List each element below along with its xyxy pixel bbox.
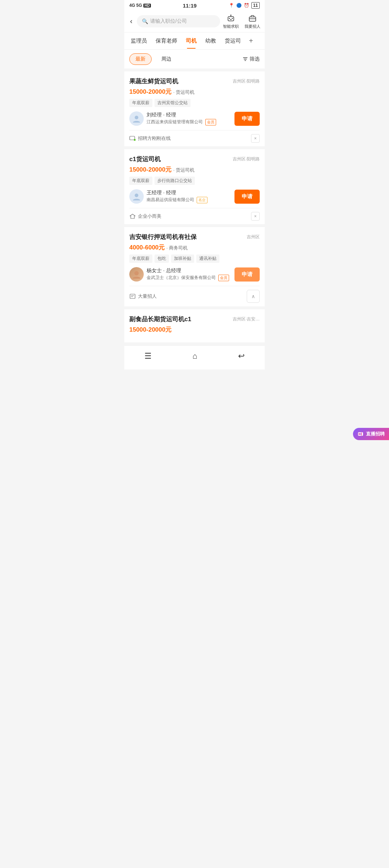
job-card-3: 吉安银行押送司机有社保 吉州区 4000-6000元 · 商务司机 年底双薪 包… [124,227,265,306]
filter-label: 筛选 [250,56,260,62]
job-tags-1: 年底双薪 吉州宾馆公交站 [129,99,260,107]
job-title-1[interactable]: 果蔬生鲜货运司机 [129,77,178,85]
nav-home[interactable]: ⌂ [185,350,204,362]
company-name-2: 南昌易运供应链有限公司 名企 [147,197,207,203]
footer-status-2: 企业小而美 [129,213,161,220]
recruiter-name-3: 杨女士 · 总经理 [147,267,229,274]
location-icon: 📍 [229,3,234,8]
status-bar: 4G 5G HD 11:19 📍 🔵 ⏰ 11 [124,0,265,10]
header-actions: 智能求职 我要招人 [223,13,260,29]
avatar-1 [129,111,144,126]
category-tabs: 监理员 保育老师 司机 幼教 货运司 + [124,32,265,50]
job-title-3[interactable]: 吉安银行押送司机有社保 [129,233,197,241]
status-time: 11:19 [183,3,197,9]
hire-button[interactable]: 我要招人 [245,13,260,29]
job-card-1: 果蔬生鲜货运司机 吉州区·阳明路 15000-20000元 · 货运司机 年底双… [124,71,265,146]
avatar-3 [129,267,144,282]
tab-nursery[interactable]: 保育老师 [152,33,181,49]
tab-education[interactable]: 幼教 [202,33,220,49]
footer-status-1: 招聘方刚刚在线 [129,135,171,142]
job-title-2[interactable]: c1货运司机 [129,155,161,163]
tab-supervisor[interactable]: 监理员 [127,33,151,49]
close-card-2[interactable]: × [251,212,260,221]
recruiter-details-2: 王经理 · 经理 南昌易运供应链有限公司 名企 [147,190,207,203]
home-icon: ⌂ [192,351,197,361]
svg-rect-3 [230,19,232,20]
svg-point-5 [231,15,232,16]
back-nav-icon: ↩ [238,351,245,361]
tag-overtime-3: 加班补贴 [171,254,194,263]
apply-button-1[interactable]: 申请 [234,112,260,126]
header: ‹ 🔍 请输入职位/公司 智能求职 [124,10,265,32]
tag-location-2: 步行街路口公交站 [155,177,195,185]
apply-section-1: 刘经理 · 经理 江西运来供应链管理有限公司 会员 申请 [129,111,260,126]
job-salary-4: 15000-20000元 [129,326,260,334]
member-badge-1: 会员 [205,119,216,125]
filter-button[interactable]: 筛选 [242,56,260,62]
search-icon: 🔍 [142,18,148,24]
job-location-4: 吉州区·吉安… [233,316,260,322]
recruiter-name-1: 刘经理 · 经理 [147,112,216,118]
filter-row: 最新 周边 筛选 [124,50,265,68]
battery-icon: 11 [251,2,260,9]
svg-rect-12 [130,136,135,140]
job-header-3: 吉安银行押送司机有社保 吉州区 [129,233,260,241]
svg-rect-0 [228,17,234,21]
svg-point-13 [134,139,136,141]
job-location-1: 吉州区·阳明路 [233,78,260,84]
filter-nearby[interactable]: 周边 [155,53,178,65]
svg-point-1 [229,18,230,19]
recruiter-info-3: 杨女士 · 总经理 金武卫士（北京）保安服务有限公司 会员 [129,267,229,282]
search-placeholder: 请输入职位/公司 [150,18,187,25]
tag-comm-3: 通讯补贴 [196,254,219,263]
tab-freight[interactable]: 货运司 [221,33,245,49]
member-badge-3: 会员 [218,275,229,281]
close-card-1[interactable]: × [251,134,260,143]
job-location-3: 吉州区 [247,234,260,240]
svg-point-16 [134,271,139,275]
filter-latest[interactable]: 最新 [129,53,152,65]
svg-rect-17 [130,294,135,298]
hd-indicator: HD [143,4,151,8]
nav-menu[interactable]: ☰ [137,350,159,362]
menu-icon: ☰ [144,351,152,361]
scroll-top-button[interactable]: ∧ [247,290,260,303]
tab-driver[interactable]: 司机 [182,33,200,49]
status-right: 📍 🔵 ⏰ 11 [229,2,260,9]
alarm-icon: ⏰ [244,3,249,8]
svg-point-11 [135,116,138,119]
recruiter-details-1: 刘经理 · 经理 江西运来供应链管理有限公司 会员 [147,112,216,125]
robot-icon [226,13,236,23]
recruiter-info-1: 刘经理 · 经理 江西运来供应链管理有限公司 会员 [129,111,216,126]
job-header-1: 果蔬生鲜货运司机 吉州区·阳明路 [129,77,260,85]
company-icon-2 [129,213,136,219]
job-title-4[interactable]: 副食品长期货运司机c1 [129,315,191,323]
smart-job-button[interactable]: 智能求职 [223,13,239,29]
card-footer-2: 企业小而美 × [129,208,260,224]
svg-marker-15 [130,214,135,218]
apply-button-3[interactable]: 申请 [234,267,260,282]
briefcase-icon [247,13,258,23]
job-card-4: 副食品长期货运司机c1 吉州区·吉安… 15000-20000元 [124,309,265,342]
named-enterprise-badge-2: 名企 [197,197,207,203]
smart-job-label: 智能求职 [223,24,239,29]
job-tags-3: 年底双薪 包吃 加班补贴 通讯补贴 [129,254,260,263]
apply-button-2[interactable]: 申请 [234,190,260,204]
job-header-2: c1货运司机 吉州区·阳明路 [129,155,260,163]
filter-icon [242,56,248,62]
apply-section-3: 杨女士 · 总经理 金武卫士（北京）保安服务有限公司 会员 申请 [129,267,260,282]
nav-back[interactable]: ↩ [231,350,252,362]
svg-rect-6 [249,17,256,21]
tag-location-1: 吉州宾馆公交站 [155,99,191,107]
job-tags-2: 年底双薪 步行街路口公交站 [129,177,260,185]
add-tab-button[interactable]: + [246,32,256,49]
back-button[interactable]: ‹ [129,15,134,27]
job-location-2: 吉州区·阳明路 [233,156,260,162]
search-bar[interactable]: 🔍 请输入职位/公司 [137,15,220,27]
tag-year-bonus-2: 年底双薪 [129,177,152,185]
company-name-1: 江西运来供应链管理有限公司 会员 [147,119,216,125]
job-salary-1: 15000-20000元 · 货运司机 [129,88,260,96]
status-left: 4G 5G HD [129,3,151,8]
chat-status-icon-1 [129,136,136,141]
company-name-3: 金武卫士（北京）保安服务有限公司 会员 [147,275,229,281]
